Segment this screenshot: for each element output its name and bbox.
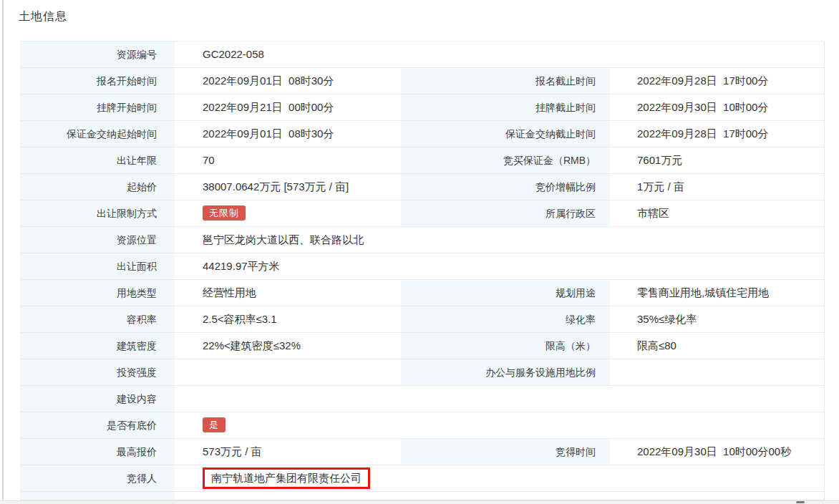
row-label: 出让限制方式 xyxy=(20,200,176,226)
row-label: 容积率 xyxy=(20,306,176,332)
row-label: 资源编号 xyxy=(20,42,176,67)
land-info-page: 土地信息 资源编号 GC2022-058 报名开始时间 2022年09月01日 … xyxy=(0,0,839,504)
row-value xyxy=(176,359,401,385)
row-label: 保证金交纳起始时间 xyxy=(20,121,176,147)
row-value: 7601万元 xyxy=(611,147,824,173)
row-value: 市辖区 xyxy=(611,200,824,226)
row-value: 2.5<容积率≤3.1 xyxy=(176,306,401,332)
row-label: 规划用途 xyxy=(401,280,611,306)
row-label: 是否有底价 xyxy=(20,412,176,438)
table-row-deposit-time: 保证金交纳起始时间 2022年09月01日 08时30分 保证金交纳截止时间 2… xyxy=(20,121,824,147)
table-row-listing-time: 挂牌开始时间 2022年09月21日 00时00分 挂牌截止时间 2022年09… xyxy=(20,94,824,121)
yes-badge: 是 xyxy=(203,417,225,432)
row-value: 1万元 / 亩 xyxy=(611,174,824,200)
row-label: 起始价 xyxy=(20,174,176,200)
row-label: 竞得时间 xyxy=(401,439,611,465)
page-title: 土地信息 xyxy=(19,9,67,24)
land-info-table: 资源编号 GC2022-058 报名开始时间 2022年09月01日 08时30… xyxy=(20,41,825,500)
row-label xyxy=(20,492,176,500)
row-value: 35%≤绿化率 xyxy=(611,306,824,332)
table-row-investment: 投资强度 办公与服务设施用地比例 xyxy=(20,359,824,386)
row-label: 挂牌开始时间 xyxy=(20,94,176,120)
row-value: 2022年09月21日 00时00分 xyxy=(176,94,401,120)
row-value: 零售商业用地,城镇住宅用地 xyxy=(611,280,824,306)
row-label: 建设内容 xyxy=(20,386,176,412)
row-label: 挂牌截止时间 xyxy=(401,94,611,120)
row-value: 2022年09月01日 08时30分 xyxy=(176,121,401,147)
table-row-area: 出让面积 44219.97平方米 xyxy=(20,253,824,280)
row-value: 2022年09月30日 10时00分00秒 xyxy=(611,439,824,465)
scrollbar-thumb[interactable] xyxy=(796,501,805,503)
row-value: 邕宁区龙岗大道以西、联合路以北 xyxy=(176,227,824,253)
row-label: 所属行政区 xyxy=(401,200,611,226)
row-label: 最高报价 xyxy=(20,439,176,465)
table-row-construction: 建设内容 xyxy=(20,386,824,412)
row-value: 无限制 xyxy=(176,200,401,226)
table-row-location: 资源位置 邕宁区龙岗大道以西、联合路以北 xyxy=(20,227,824,253)
row-label: 办公与服务设施用地比例 xyxy=(401,359,611,385)
table-row-plot-ratio: 容积率 2.5<容积率≤3.1 绿化率 35%≤绿化率 xyxy=(20,306,824,333)
row-label: 资源位置 xyxy=(20,227,176,253)
row-value: 2022年09月30日 10时00分 xyxy=(611,94,824,120)
row-value: 573万元 / 亩 xyxy=(176,439,401,465)
row-label: 建筑密度 xyxy=(20,333,176,359)
row-value: 是 xyxy=(176,412,824,438)
row-value: 44219.97平方米 xyxy=(176,253,824,279)
row-label: 出让年限 xyxy=(20,147,176,173)
row-label: 绿化率 xyxy=(401,306,611,332)
no-restriction-badge: 无限制 xyxy=(203,205,246,220)
table-row-tenure-deposit: 出让年限 70 竞买保证金（RMB） 7601万元 xyxy=(20,147,824,174)
row-value: 70 xyxy=(176,147,401,173)
page-left-divider xyxy=(2,0,4,504)
row-value: 38007.0642万元 [573万元 / 亩] xyxy=(176,174,401,200)
row-value: GC2022-058 xyxy=(176,42,824,67)
row-label: 用地类型 xyxy=(20,280,176,306)
row-value: 南宁轨道地产集团有限责任公司 xyxy=(176,465,824,491)
table-row-land-type: 用地类型 经营性用地 规划用途 零售商业用地,城镇住宅用地 xyxy=(20,280,824,306)
row-label: 保证金交纳截止时间 xyxy=(401,121,611,147)
row-value: 22%<建筑密度≤32% xyxy=(176,333,401,359)
table-row-highest-bid: 最高报价 573万元 / 亩 竞得时间 2022年09月30日 10时00分00… xyxy=(20,439,824,465)
row-label: 限高（米） xyxy=(401,333,611,359)
row-value xyxy=(611,359,824,385)
winner-highlight-box: 南宁轨道地产集团有限责任公司 xyxy=(203,467,370,489)
row-value xyxy=(176,386,824,412)
row-value xyxy=(176,492,824,500)
row-label: 报名开始时间 xyxy=(20,68,176,94)
row-label: 出让面积 xyxy=(20,253,176,279)
row-label: 投资强度 xyxy=(20,359,176,385)
horizontal-scrollbar[interactable] xyxy=(0,500,839,504)
row-label: 报名截止时间 xyxy=(401,68,611,94)
row-label: 竞买保证金（RMB） xyxy=(401,147,611,173)
row-label: 竞得人 xyxy=(20,465,176,491)
table-row-start-price: 起始价 38007.0642万元 [573万元 / 亩] 竞价增幅比例 1万元 … xyxy=(20,174,824,200)
table-row-partial xyxy=(20,492,824,500)
table-row-signup-time: 报名开始时间 2022年09月01日 08时30分 报名截止时间 2022年09… xyxy=(20,68,824,94)
row-value: 限高≤80 xyxy=(611,333,824,359)
row-value: 2022年09月01日 08时30分 xyxy=(176,68,401,94)
row-label: 竞价增幅比例 xyxy=(401,174,611,200)
table-row-restriction: 出让限制方式 无限制 所属行政区 市辖区 xyxy=(20,200,824,227)
table-row-reserve-price: 是否有底价 是 xyxy=(20,412,824,439)
row-value: 2022年09月28日 17时00分 xyxy=(611,121,824,147)
row-value: 2022年09月28日 17时00分 xyxy=(611,68,824,94)
row-value: 经营性用地 xyxy=(176,280,401,306)
table-row-winner: 竞得人 南宁轨道地产集团有限责任公司 xyxy=(20,465,824,492)
table-row-resource-code: 资源编号 GC2022-058 xyxy=(20,42,824,68)
table-row-density: 建筑密度 22%<建筑密度≤32% 限高（米） 限高≤80 xyxy=(20,333,824,359)
